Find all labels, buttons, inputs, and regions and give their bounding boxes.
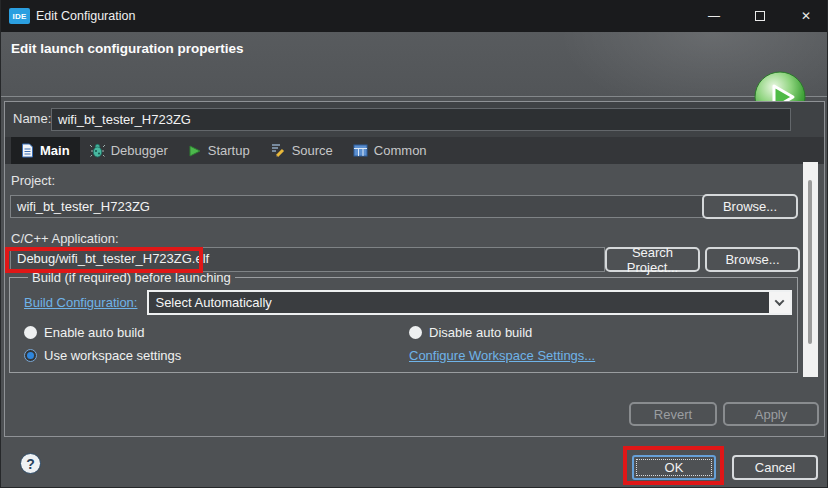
- app-logo-icon: IDE: [9, 8, 30, 24]
- build-group-legend: Build (if required) before launching: [28, 270, 235, 285]
- tab-source[interactable]: Source: [260, 137, 343, 164]
- vertical-scrollbar[interactable]: [803, 162, 818, 377]
- build-configuration-value: Select Automatically: [155, 295, 271, 310]
- tab-label: Common: [374, 143, 427, 158]
- ok-button[interactable]: OK: [632, 455, 716, 480]
- title-bar: IDE Edit Configuration — ✕: [1, 0, 828, 32]
- radio-selected-icon: [24, 349, 37, 362]
- minimize-icon: —: [708, 9, 720, 23]
- banner-heading: Edit launch configuration properties: [11, 41, 244, 56]
- cancel-button[interactable]: Cancel: [732, 455, 818, 480]
- build-configuration-link[interactable]: Build Configuration:: [24, 295, 137, 310]
- radio-icon: [24, 326, 37, 339]
- maximize-icon: [755, 11, 765, 21]
- radio-label: Disable auto build: [429, 325, 532, 340]
- radio-label: Enable auto build: [44, 325, 144, 340]
- tab-main[interactable]: Main: [11, 137, 80, 164]
- tab-common[interactable]: Common: [343, 137, 437, 164]
- window-controls: — ✕: [691, 0, 828, 32]
- application-label: C/C++ Application:: [11, 231, 119, 246]
- project-browse-button[interactable]: Browse...: [702, 194, 798, 219]
- tab-debugger[interactable]: Debugger: [80, 137, 178, 164]
- configuration-frame: Name: wifi_bt_tester_H723ZG Main Debugge…: [4, 101, 825, 437]
- edit-configuration-dialog: IDE Edit Configuration — ✕ Edit launch c…: [0, 0, 828, 488]
- radio-icon: [409, 326, 422, 339]
- help-button[interactable]: ?: [20, 453, 41, 474]
- dialog-banner: Edit launch configuration properties: [1, 32, 828, 97]
- tab-bar: Main Debugger Startup: [5, 137, 824, 164]
- configure-workspace-settings-link[interactable]: Configure Workspace Settings...: [409, 348, 595, 363]
- tab-label: Main: [40, 143, 70, 158]
- disable-auto-build-radio[interactable]: Disable auto build: [409, 325, 792, 340]
- project-input[interactable]: wifi_bt_tester_H723ZG: [10, 195, 704, 218]
- application-browse-button[interactable]: Browse...: [705, 247, 800, 272]
- name-label: Name:: [13, 111, 51, 126]
- document-icon: [21, 143, 34, 158]
- bug-icon: [90, 143, 105, 158]
- close-button[interactable]: ✕: [783, 0, 828, 32]
- chevron-down-icon: [775, 296, 785, 306]
- minimize-button[interactable]: —: [691, 0, 737, 32]
- search-project-button[interactable]: Search Project...: [605, 247, 700, 272]
- combo-arrow-button[interactable]: [769, 292, 790, 313]
- radio-label: Use workspace settings: [44, 348, 181, 363]
- build-before-launch-group: Build (if required) before launching Bui…: [9, 270, 798, 373]
- build-configuration-select[interactable]: Select Automatically: [147, 290, 792, 315]
- close-icon: ✕: [801, 9, 811, 23]
- tab-label: Startup: [208, 143, 250, 158]
- tab-label: Source: [292, 143, 333, 158]
- startup-play-icon: [188, 144, 202, 158]
- application-input[interactable]: Debug/wifi_bt_tester_H723ZG.elf: [10, 247, 605, 272]
- table-icon: [353, 144, 368, 157]
- project-label: Project:: [11, 173, 55, 188]
- tab-label: Debugger: [111, 143, 168, 158]
- tab-startup[interactable]: Startup: [178, 137, 260, 164]
- scrollbar-thumb[interactable]: [808, 180, 812, 344]
- apply-button[interactable]: Apply: [723, 402, 819, 426]
- enable-auto-build-radio[interactable]: Enable auto build: [24, 325, 409, 340]
- revert-button[interactable]: Revert: [629, 402, 717, 426]
- window-title: Edit Configuration: [36, 0, 135, 32]
- name-row: Name: wifi_bt_tester_H723ZG: [5, 102, 824, 137]
- source-icon: [270, 143, 286, 158]
- main-tab-content: Project: wifi_bt_tester_H723ZG Browse...…: [5, 164, 824, 436]
- use-workspace-settings-radio[interactable]: Use workspace settings: [24, 346, 409, 364]
- help-icon: ?: [26, 456, 35, 472]
- name-input[interactable]: wifi_bt_tester_H723ZG: [51, 108, 791, 131]
- maximize-button[interactable]: [737, 0, 783, 32]
